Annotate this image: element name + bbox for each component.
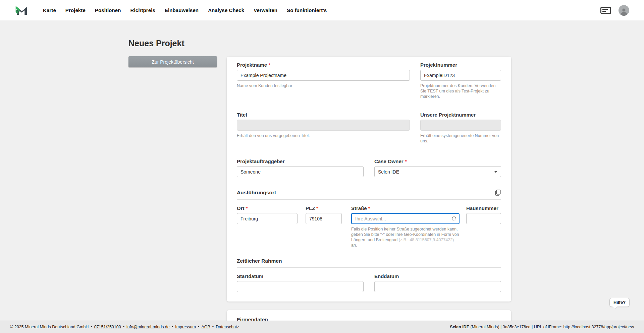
required-asterisk: * bbox=[368, 205, 370, 211]
required-asterisk: * bbox=[405, 158, 407, 164]
nav-item-karte[interactable]: Karte bbox=[43, 7, 56, 13]
field-hausnummer: Hausnummer bbox=[466, 205, 501, 224]
nav-item-so-funktionierts[interactable]: So funktioniert's bbox=[287, 7, 327, 13]
footer-email-link[interactable]: info@mineral-minds.de bbox=[126, 325, 170, 329]
projektauftraggeber-label: Projektauftraggeber bbox=[237, 158, 364, 164]
back-to-project-overview-button[interactable]: Zur Projektübersicht bbox=[128, 56, 217, 67]
footer-session-info: Selen IDE (Mineral Minds) | 3a85e3e176ca… bbox=[450, 325, 634, 329]
field-startdatum: Startdatum bbox=[237, 273, 364, 292]
field-ort: Ort* bbox=[237, 205, 298, 224]
case-owner-select[interactable]: Selen IDE bbox=[374, 166, 501, 177]
hausnummer-label-text: Hausnummer bbox=[466, 205, 498, 211]
field-projektauftraggeber: Projektauftraggeber bbox=[237, 158, 364, 177]
plz-label: PLZ* bbox=[306, 205, 342, 211]
field-projektname: Projektname* Name vom Kunden festlegbar bbox=[237, 62, 410, 88]
enddatum-label-text: Enddatum bbox=[374, 273, 399, 279]
header-actions bbox=[600, 5, 629, 16]
field-projektnummer: Projektnummer Projektnummer des Kunden. … bbox=[420, 62, 501, 99]
required-asterisk: * bbox=[246, 205, 248, 211]
copy-icon[interactable] bbox=[494, 189, 501, 196]
field-titel: Titel Erhält den von uns vorgegebenen Ti… bbox=[237, 112, 410, 138]
strasse-helper: Falls die Position keiner Straße zugeord… bbox=[351, 226, 460, 248]
section-divider bbox=[237, 199, 501, 200]
footer-separator: • bbox=[172, 325, 173, 329]
strasse-label: Straße* bbox=[351, 205, 460, 211]
projektnummer-label: Projektnummer bbox=[420, 62, 501, 68]
projektname-helper: Name vom Kunden festlegbar bbox=[237, 83, 410, 88]
projektauftraggeber-label-text: Projektauftraggeber bbox=[237, 158, 285, 164]
footer-user-name: Selen IDE bbox=[450, 325, 469, 329]
page-title: Neues Projekt bbox=[128, 39, 184, 48]
footer-separator: • bbox=[91, 325, 92, 329]
projektauftraggeber-input[interactable] bbox=[237, 166, 364, 177]
required-asterisk: * bbox=[316, 205, 318, 211]
hausnummer-input[interactable] bbox=[466, 213, 501, 224]
unsere-projektnummer-helper: Erhält eine systemgenerierte Nummer von … bbox=[420, 133, 501, 144]
titel-input bbox=[237, 120, 410, 131]
help-button[interactable]: Hilfe? bbox=[609, 298, 630, 307]
nav-item-positionen[interactable]: Positionen bbox=[95, 7, 121, 13]
strasse-helper-suffix: an. bbox=[351, 243, 357, 248]
user-avatar-icon[interactable] bbox=[619, 5, 629, 16]
projektnummer-helper: Projektnummer des Kunden. Verwenden Sie … bbox=[420, 83, 501, 99]
enddatum-label: Enddatum bbox=[374, 273, 501, 279]
field-plz: PLZ* bbox=[306, 205, 342, 224]
nav-item-verwalten[interactable]: Verwalten bbox=[254, 7, 277, 13]
field-enddatum: Enddatum bbox=[374, 273, 501, 292]
footer-separator: • bbox=[123, 325, 124, 329]
projektname-input[interactable] bbox=[237, 70, 410, 81]
top-nav-bar: Karte Projekte Positionen Richtpreis Ein… bbox=[0, 0, 644, 20]
field-case-owner: Case Owner* Selen IDE bbox=[374, 158, 501, 177]
case-owner-selected-value: Selen IDE bbox=[378, 169, 399, 175]
chevron-down-icon bbox=[494, 171, 497, 173]
startdatum-label: Startdatum bbox=[237, 273, 364, 279]
field-unsere-projektnummer: Unsere Projektnummer Erhält eine systemg… bbox=[420, 112, 501, 144]
nav-item-projekte[interactable]: Projekte bbox=[65, 7, 86, 13]
case-owner-label: Case Owner* bbox=[374, 158, 501, 164]
case-owner-label-text: Case Owner bbox=[374, 158, 404, 164]
plz-input[interactable] bbox=[306, 213, 342, 224]
enddatum-input[interactable] bbox=[374, 281, 501, 292]
required-asterisk: * bbox=[268, 62, 270, 68]
field-strasse: Straße* Falls die Position keiner Straße… bbox=[351, 205, 460, 248]
section-zeitlicher-rahmen: Zeitlicher Rahmen bbox=[237, 258, 501, 268]
titel-label: Titel bbox=[237, 112, 410, 118]
new-project-form-card: Projektname* Name vom Kunden festlegbar … bbox=[227, 57, 511, 302]
plz-label-text: PLZ bbox=[306, 205, 315, 211]
footer-separator: • bbox=[212, 325, 214, 329]
footer-impressum-link[interactable]: Impressum bbox=[175, 325, 196, 329]
footer-left: © 2025 Mineral Minds Deutschland GmbH • … bbox=[10, 325, 239, 329]
main-navigation: Karte Projekte Positionen Richtpreis Ein… bbox=[43, 7, 327, 13]
footer-datenschutz-link[interactable]: Datenschutz bbox=[216, 325, 239, 329]
projektname-label-text: Projektname bbox=[237, 62, 267, 68]
footer-session-details: (Mineral Minds) | 3a85e3e176ca | URL of … bbox=[469, 325, 634, 329]
footer: © 2025 Mineral Minds Deutschland GmbH • … bbox=[0, 321, 644, 333]
server-icon[interactable] bbox=[600, 7, 611, 14]
section-ausfuehrungsort: Ausführungsort bbox=[237, 189, 501, 200]
ort-input[interactable] bbox=[237, 213, 298, 224]
projektnummer-input[interactable] bbox=[420, 70, 501, 81]
strasse-input[interactable] bbox=[351, 213, 460, 224]
startdatum-input[interactable] bbox=[237, 281, 364, 292]
projektname-label: Projektname* bbox=[237, 62, 410, 68]
footer-copyright: © 2025 Mineral Minds Deutschland GmbH bbox=[10, 325, 89, 329]
hausnummer-label: Hausnummer bbox=[466, 205, 501, 211]
footer-agb-link[interactable]: AGB bbox=[201, 325, 210, 329]
ort-label-text: Ort bbox=[237, 205, 245, 211]
ausfuehrungsort-heading: Ausführungsort bbox=[237, 190, 276, 196]
titel-helper: Erhält den von uns vorgegebenen Titel. bbox=[237, 133, 410, 138]
nav-item-analyse-check[interactable]: Analyse Check bbox=[208, 7, 244, 13]
unsere-projektnummer-label-text: Unsere Projektnummer bbox=[420, 112, 476, 118]
startdatum-label-text: Startdatum bbox=[237, 273, 263, 279]
titel-label-text: Titel bbox=[237, 112, 247, 118]
nav-item-einbauweisen[interactable]: Einbauweisen bbox=[165, 7, 199, 13]
content-area: Projektname* Name vom Kunden festlegbar … bbox=[227, 57, 511, 333]
nav-item-richtpreis[interactable]: Richtpreis bbox=[130, 7, 155, 13]
footer-phone-link[interactable]: 07151/250100 bbox=[94, 325, 121, 329]
strasse-label-text: Straße bbox=[351, 205, 367, 211]
strasse-helper-example: (z.B.: 48.8115607,9.4077422) bbox=[399, 238, 454, 242]
projektnummer-label-text: Projektnummer bbox=[420, 62, 457, 68]
loading-spinner-icon bbox=[452, 216, 456, 221]
footer-separator: • bbox=[198, 325, 199, 329]
mineral-minds-logo-icon[interactable] bbox=[15, 3, 29, 17]
